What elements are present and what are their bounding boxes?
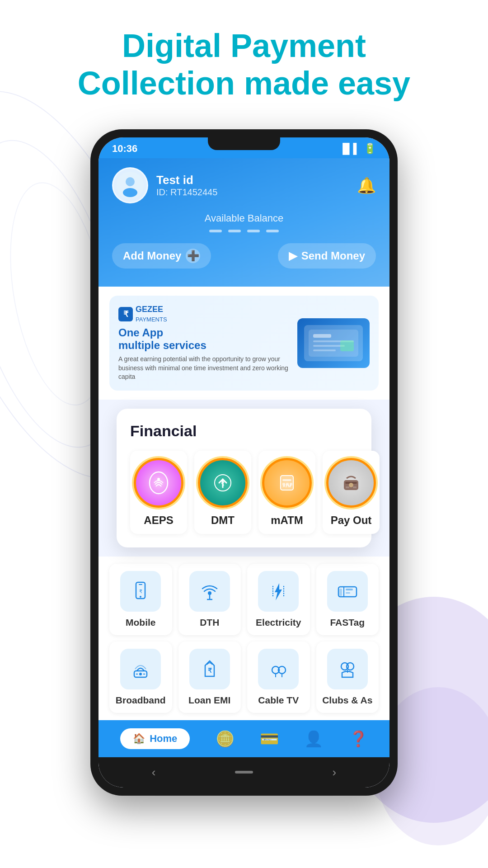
banner-text: ₹ GEZEEPAYMENTS One Appmultiple services… (118, 305, 290, 382)
svg-rect-5 (313, 334, 331, 338)
utility-dth[interactable]: DTH (178, 564, 241, 635)
broadband-icon-box (120, 649, 161, 689)
balance-section: Available Balance (112, 212, 376, 232)
svg-rect-15 (282, 479, 291, 481)
user-details: Test id ID: RT1452445 (156, 173, 217, 198)
svg-rect-36 (346, 589, 353, 590)
notification-bell-icon[interactable]: 🔔 (357, 176, 376, 194)
utility-electricity[interactable]: Electricity (247, 564, 310, 635)
page-header: Digital Payment Collection made easy (0, 0, 488, 116)
svg-rect-9 (340, 340, 354, 351)
user-info: Test id ID: RT1452445 (112, 167, 217, 203)
financial-section: Financial AEPS (117, 409, 371, 547)
svg-rect-18 (286, 483, 289, 486)
balance-dot-3 (247, 230, 260, 232)
svg-point-1 (126, 177, 135, 186)
aeps-icon (134, 458, 183, 508)
svg-text:₹: ₹ (139, 589, 142, 594)
profile-icon: 👤 (304, 730, 323, 748)
banner-desc: A great earning potential with the oppor… (118, 355, 290, 382)
utility-cabletv[interactable]: Cable TV (247, 642, 310, 713)
headline-line2: Collection made easy (78, 65, 410, 101)
svg-point-26 (140, 596, 141, 598)
service-payout[interactable]: Pay Out (323, 451, 380, 534)
svg-point-22 (349, 483, 353, 487)
svg-text:₹: ₹ (207, 667, 211, 674)
phone-notch (208, 137, 280, 150)
service-matm[interactable]: ATM mATM (258, 451, 315, 534)
bottom-nav: 🏠 Home 🪙 💳 👤 ❓ (99, 720, 389, 757)
wallet-icon: 🪙 (216, 730, 235, 748)
status-icons: ▐▌▌ 🔋 (339, 143, 376, 155)
balance-dot-1 (209, 230, 222, 232)
electricity-label: Electricity (256, 617, 301, 628)
home-icon: 🏠 (133, 733, 145, 745)
svg-rect-7 (313, 345, 345, 347)
user-row: Test id ID: RT1452445 🔔 (112, 167, 376, 203)
utility-clubs[interactable]: Clubs & As (316, 642, 379, 713)
send-money-button[interactable]: ▶ Send Money (278, 243, 376, 269)
utility-mobile[interactable]: ₹ Mobile (109, 564, 172, 635)
action-row: Add Money ➕ ▶ Send Money (112, 243, 376, 269)
plus-icon: ➕ (186, 249, 200, 263)
nav-profile[interactable]: 👤 (304, 730, 323, 748)
matm-icon: ATM (262, 458, 312, 508)
service-aeps[interactable]: AEPS (130, 451, 187, 534)
fastag-label: FASTag (330, 617, 365, 628)
logo-name: GEZEEPAYMENTS (136, 305, 167, 324)
logo-icon: ₹ (118, 307, 133, 321)
svg-point-11 (157, 478, 160, 481)
svg-rect-8 (313, 349, 336, 351)
nav-card[interactable]: 💳 (260, 730, 279, 748)
user-id: ID: RT1452445 (156, 187, 217, 198)
loanemi-label: Loan EMI (188, 695, 230, 706)
svg-rect-38 (339, 589, 342, 596)
nav-home-label: Home (150, 733, 177, 745)
balance-dot-4 (266, 230, 279, 232)
utility-fastag[interactable]: FASTag (316, 564, 379, 635)
nav-home[interactable]: 🏠 Home (120, 728, 190, 749)
user-name: Test id (156, 173, 217, 187)
card-icon: 💳 (260, 730, 279, 748)
svg-rect-37 (346, 592, 350, 594)
back-gesture: ‹ (152, 765, 156, 779)
payout-label: Pay Out (331, 514, 372, 527)
cabletv-label: Cable TV (258, 695, 299, 706)
mobile-icon-box: ₹ (120, 571, 161, 612)
nav-help[interactable]: ❓ (349, 730, 368, 748)
aeps-label: AEPS (144, 514, 173, 527)
headline-line1: Digital Payment (122, 28, 366, 64)
signal-icon: ▐▌▌ (339, 143, 360, 155)
loanemi-icon-box: ₹ (189, 649, 230, 689)
utility-section: ₹ Mobile (99, 557, 389, 720)
add-money-label: Add Money (123, 250, 181, 262)
fastag-icon-box (327, 571, 368, 612)
balance-label: Available Balance (112, 212, 376, 224)
utility-loanemi[interactable]: ₹ Loan EMI (178, 642, 241, 713)
banner-logo: ₹ GEZEEPAYMENTS (118, 305, 290, 324)
help-icon: ❓ (349, 730, 368, 748)
broadband-label: Broadband (116, 695, 166, 706)
send-icon: ▶ (289, 250, 297, 262)
headline: Digital Payment Collection made easy (18, 27, 470, 102)
svg-point-29 (208, 591, 211, 595)
banner[interactable]: ₹ GEZEEPAYMENTS One Appmultiple services… (109, 296, 379, 391)
service-dmt[interactable]: ₹ DMT (194, 451, 251, 534)
banner-title: One Appmultiple services (118, 326, 290, 353)
balance-dot-2 (228, 230, 241, 232)
financial-services-grid: AEPS ₹ DMT (130, 451, 358, 534)
dth-icon-box (189, 571, 230, 612)
clubs-icon-box (327, 649, 368, 689)
utility-broadband[interactable]: Broadband (109, 642, 172, 713)
svg-rect-27 (139, 584, 142, 585)
avatar (112, 167, 148, 203)
home-gesture (235, 771, 253, 774)
svg-text:₹: ₹ (221, 481, 225, 487)
send-money-label: Send Money (301, 250, 365, 262)
mobile-label: Mobile (126, 617, 156, 628)
add-money-button[interactable]: Add Money ➕ (112, 243, 211, 269)
status-time: 10:36 (112, 143, 137, 155)
banner-image (297, 318, 370, 368)
svg-point-40 (139, 673, 142, 675)
nav-wallet[interactable]: 🪙 (216, 730, 235, 748)
